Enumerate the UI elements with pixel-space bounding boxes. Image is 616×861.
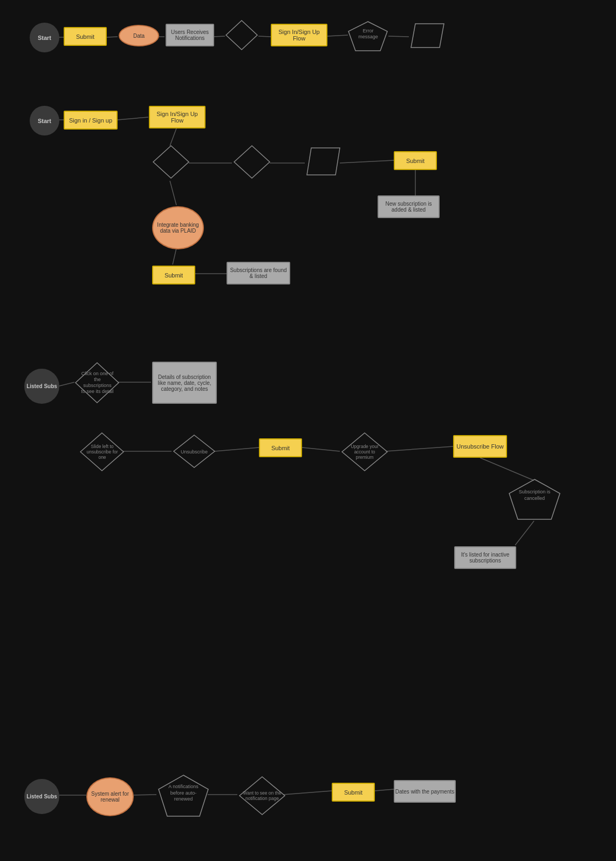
section4-cancelled-pentagon: Subscription is cancelled: [508, 478, 561, 520]
section2-plaid-oval: Integrate banking data via PLAID: [152, 206, 204, 249]
section2-signin-button[interactable]: Sign in / Sign up: [64, 111, 118, 130]
svg-line-15: [173, 248, 176, 265]
section2-new-sub-label: New subscription is added & listed: [379, 201, 439, 213]
section5-system-alert-oval: System alert for renewal: [86, 777, 134, 816]
section1-parallelogram: [410, 23, 445, 49]
section2-submit2-button[interactable]: Submit: [152, 266, 195, 284]
svg-line-28: [283, 791, 332, 795]
section5-system-alert-label: System alert for renewal: [87, 791, 133, 803]
svg-line-9: [170, 128, 176, 146]
section2-submit1-label: Submit: [406, 158, 425, 164]
svg-marker-33: [153, 146, 189, 178]
svg-marker-34: [234, 146, 270, 178]
svg-line-17: [59, 382, 74, 386]
section5-listed-subs-label: Listed Subs: [26, 794, 57, 799]
section2-subs-found-label: Subscriptions are found & listed: [228, 267, 289, 279]
section3-diamond: Click on one of the subscriptions to see…: [74, 362, 120, 404]
section4-inactive-label: It's listed for inactive subscriptions: [455, 552, 515, 564]
section5-listed-subs-circle: Listed Subs: [24, 779, 59, 814]
section3-details-rect: Details of subscription like name, date,…: [152, 362, 217, 404]
section2-signin-label: Sign in / Sign up: [69, 117, 112, 124]
section4-upgrade-text: Upgrade your account to premium: [341, 432, 388, 472]
section1-submit-label: Submit: [76, 33, 94, 40]
section2-signin-flow-rect[interactable]: Sign In/Sign Up Flow: [149, 106, 206, 128]
svg-marker-32: [411, 24, 444, 48]
section5-dates-label: Dates with the payments: [395, 789, 455, 795]
section5-submit-label: Submit: [344, 789, 362, 796]
section5-want-diamond: Want to see on the notification page: [238, 776, 286, 816]
svg-line-4: [258, 36, 271, 37]
section2-submit1-button[interactable]: Submit: [394, 151, 437, 170]
svg-line-12: [340, 160, 394, 163]
section2-plaid-label: Integrate banking data via PLAID: [153, 222, 203, 234]
section5-submit-button[interactable]: Submit: [332, 783, 375, 802]
section4-unsub-flow-label: Unsubscribe Flow: [456, 443, 503, 450]
section4-submit-button[interactable]: Submit: [259, 438, 302, 457]
svg-marker-35: [307, 148, 340, 175]
section4-unsub-text: Unsubscribe: [173, 434, 216, 469]
section1-start-circle: Start: [30, 23, 59, 52]
section2-diamond1: [152, 145, 190, 180]
section2-diamond2: [233, 145, 271, 180]
section1-signin-flow-rect[interactable]: Sign In/Sign Up Flow: [271, 24, 327, 46]
svg-line-6: [388, 36, 409, 37]
section1-submit-button[interactable]: Submit: [64, 27, 107, 46]
section4-slide-text: Slide left to unsubscribe for one: [80, 432, 125, 472]
section4-unsub-diamond: Unsubscribe: [173, 434, 216, 469]
svg-line-20: [215, 448, 259, 451]
svg-line-8: [118, 117, 148, 120]
section1-error-pentagon: Error message: [348, 21, 388, 52]
section5-notif-label: A notifications before auto-renewed: [168, 784, 199, 802]
section5-dates-rect: Dates with the payments: [394, 780, 456, 803]
svg-line-29: [375, 789, 394, 791]
section3-listed-subs-circle: Listed Subs: [24, 369, 59, 404]
svg-line-13: [170, 181, 176, 205]
svg-line-21: [302, 448, 340, 451]
svg-line-22: [386, 446, 453, 451]
svg-line-23: [480, 458, 534, 480]
section1-start-label: Start: [38, 35, 51, 41]
section5-notif-pentagon: A notifications before auto-renewed: [158, 774, 209, 817]
section2-subs-found-rect: Subscriptions are found & listed: [227, 262, 290, 284]
section2-signin-flow-label: Sign In/Sign Up Flow: [150, 111, 204, 124]
svg-line-24: [515, 521, 534, 545]
section1-data-label: Data: [133, 33, 145, 39]
section3-listed-subs-label: Listed Subs: [26, 383, 57, 389]
section1-notify-rect: Users Receives Notifications: [166, 24, 214, 46]
section4-cancelled-label: Subscription is cancelled: [519, 489, 551, 501]
section1-data-oval: Data: [119, 25, 159, 46]
section2-parallelogram: [306, 147, 341, 177]
section4-unsub-flow-button[interactable]: Unsubscribe Flow: [453, 435, 507, 458]
section1-error-label: Error message: [358, 28, 378, 39]
section4-inactive-rect: It's listed for inactive subscriptions: [454, 546, 516, 569]
section5-want-text: Want to see on the notification page: [238, 776, 286, 816]
section4-upgrade-diamond: Upgrade your account to premium: [341, 432, 388, 472]
section1-diamond: [225, 19, 258, 51]
section2-start-label: Start: [38, 118, 51, 124]
svg-line-5: [327, 35, 348, 36]
section3-details-label: Details of subscription like name, date,…: [156, 374, 213, 392]
section2-submit2-label: Submit: [165, 272, 183, 279]
section4-slide-diamond: Slide left to unsubscribe for one: [80, 432, 125, 472]
section2-start-circle: Start: [30, 106, 59, 135]
section2-new-sub-rect: New subscription is added & listed: [378, 195, 440, 218]
section1-notify-label: Users Receives Notifications: [167, 29, 213, 41]
section1-diamond-text: [239, 33, 244, 37]
svg-line-1: [107, 37, 118, 37]
section1-signin-flow-label: Sign In/Sign Up Flow: [272, 29, 326, 42]
section4-submit-label: Submit: [271, 445, 290, 451]
section3-diamond-text: Click on one of the subscriptions to see…: [74, 362, 120, 404]
svg-line-3: [213, 36, 225, 37]
svg-line-26: [132, 795, 156, 795]
